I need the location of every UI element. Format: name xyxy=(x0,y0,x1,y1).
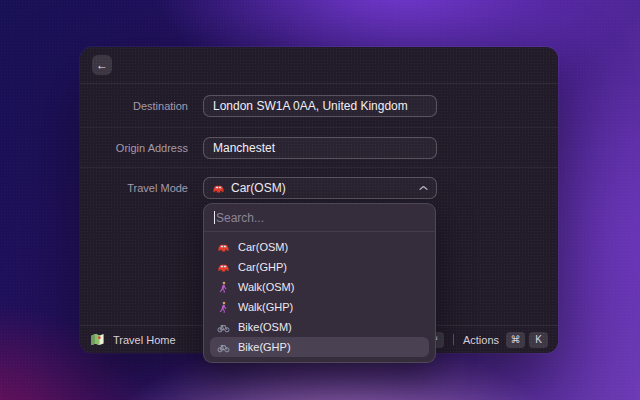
option-label: Car(GHP) xyxy=(238,261,287,273)
actions-button[interactable]: Actions xyxy=(463,334,499,346)
travel-form: Destination Origin Address Travel Mode C… xyxy=(80,84,558,208)
actions-shortcut: ⌘K xyxy=(506,332,548,348)
travel-mode-select[interactable]: Car(OSM) xyxy=(203,177,437,199)
form-row-travel-mode: Travel Mode Car(OSM) xyxy=(80,168,558,208)
travel-home-map-icon xyxy=(90,332,105,347)
origin-address-input[interactable] xyxy=(203,137,437,159)
k-key-badge[interactable]: K xyxy=(529,332,548,348)
car-icon xyxy=(212,182,225,195)
walk-icon xyxy=(217,281,230,294)
dropdown-option-car-ghp[interactable]: Car(GHP) xyxy=(210,257,429,277)
form-row-destination: Destination xyxy=(80,84,558,128)
command-title: Travel Home xyxy=(113,334,176,346)
dropdown-options-list: Car(OSM)Car(GHP)Walk(OSM)Walk(GHP)Bike(O… xyxy=(204,232,435,362)
car-icon xyxy=(217,241,230,254)
bike-icon xyxy=(217,321,230,334)
footer-divider xyxy=(453,334,454,345)
option-label: Walk(OSM) xyxy=(238,281,294,293)
destination-input[interactable] xyxy=(203,95,437,117)
window-header: ← xyxy=(80,47,558,84)
option-label: Car(OSM) xyxy=(238,241,288,253)
dropdown-search-row xyxy=(204,204,435,232)
option-label: Bike(GHP) xyxy=(238,341,291,353)
desktop-wallpaper: { "window": { "back_glyph": "←" }, "form… xyxy=(0,0,640,400)
car-icon xyxy=(217,261,230,274)
option-label: Walk(GHP) xyxy=(238,301,293,313)
chevron-up-icon xyxy=(419,185,428,191)
travel-mode-dropdown: Car(OSM)Car(GHP)Walk(OSM)Walk(GHP)Bike(O… xyxy=(203,203,436,363)
back-arrow-icon: ← xyxy=(96,55,108,75)
bike-icon xyxy=(217,341,230,354)
dropdown-option-walk-ghp[interactable]: Walk(GHP) xyxy=(210,297,429,317)
option-label: Bike(OSM) xyxy=(238,321,292,333)
back-button[interactable]: ← xyxy=(92,55,112,75)
walk-icon xyxy=(217,301,230,314)
travel-mode-label: Travel Mode xyxy=(80,182,203,194)
dropdown-search-input[interactable] xyxy=(215,211,425,225)
destination-label: Destination xyxy=(80,100,203,112)
travel-mode-value: Car(OSM) xyxy=(231,181,286,195)
dropdown-option-bike-osm[interactable]: Bike(OSM) xyxy=(210,317,429,337)
dropdown-option-walk-osm[interactable]: Walk(OSM) xyxy=(210,277,429,297)
dropdown-option-car-osm[interactable]: Car(OSM) xyxy=(210,237,429,257)
cmd-key-badge[interactable]: ⌘ xyxy=(506,332,525,348)
raycast-window: ← Destination Origin Address Travel Mode… xyxy=(80,47,558,353)
form-row-origin: Origin Address xyxy=(80,128,558,168)
dropdown-option-bike-ghp[interactable]: Bike(GHP) xyxy=(210,337,429,357)
origin-address-label: Origin Address xyxy=(80,142,203,154)
